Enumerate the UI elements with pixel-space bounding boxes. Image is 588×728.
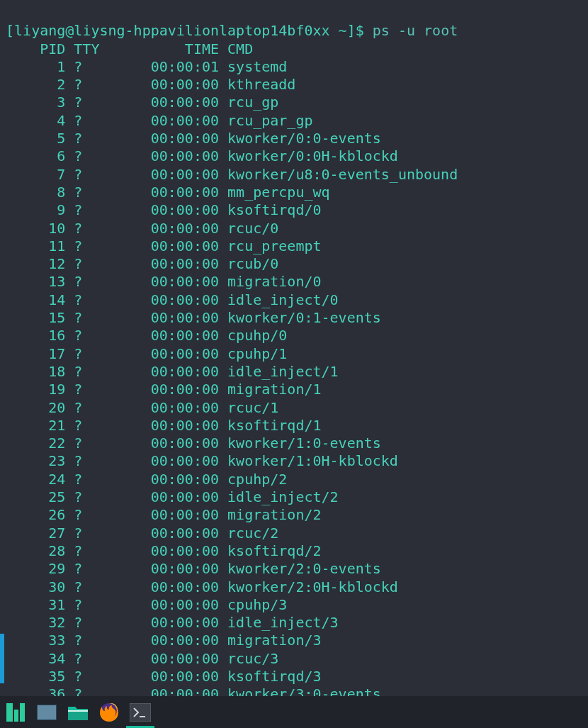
ps-rows: 1 ? 00:00:01 systemd 2 ? 00:00:00 kthrea… xyxy=(6,58,582,704)
ps-row: 33 ? 00:00:00 migration/3 xyxy=(6,632,322,649)
start-menu-button[interactable] xyxy=(1,698,30,727)
ps-row: 21 ? 00:00:00 ksoftirqd/1 xyxy=(6,417,322,434)
svg-rect-0 xyxy=(6,703,13,722)
prompt-user-host: liyang@liysng-hppavilionlaptop14bf0xx xyxy=(14,22,330,39)
firefox-button[interactable] xyxy=(95,698,123,727)
ps-row: 31 ? 00:00:00 cpuhp/3 xyxy=(6,596,287,613)
ps-row: 14 ? 00:00:00 idle_inject/0 xyxy=(6,291,339,308)
ps-row: 5 ? 00:00:00 kworker/0:0-events xyxy=(6,130,381,147)
firefox-icon xyxy=(98,702,120,723)
ps-row: 11 ? 00:00:00 rcu_preempt xyxy=(6,237,322,254)
taskbar[interactable] xyxy=(0,696,588,728)
svg-rect-3 xyxy=(68,710,88,720)
ps-row: 6 ? 00:00:00 kworker/0:0H-kblockd xyxy=(6,147,398,164)
ps-row: 13 ? 00:00:00 migration/0 xyxy=(6,273,322,290)
ps-row: 23 ? 00:00:00 kworker/1:0H-kblockd xyxy=(6,452,398,469)
ps-row: 29 ? 00:00:00 kworker/2:0-events xyxy=(6,560,381,577)
ps-row: 4 ? 00:00:00 rcu_par_gp xyxy=(6,112,312,129)
ps-row: 8 ? 00:00:00 mm_percpu_wq xyxy=(6,184,330,201)
svg-rect-4 xyxy=(68,710,88,712)
file-manager-button[interactable] xyxy=(64,698,92,727)
terminal-icon xyxy=(130,703,151,722)
ps-row: 16 ? 00:00:00 cpuhp/0 xyxy=(6,327,287,344)
ps-row: 35 ? 00:00:00 ksoftirqd/3 xyxy=(6,668,322,685)
ps-row: 17 ? 00:00:00 cpuhp/1 xyxy=(6,345,287,362)
ps-header: PID TTY TIME CMD xyxy=(6,40,253,57)
ps-row: 20 ? 00:00:00 rcuc/1 xyxy=(6,399,278,416)
ps-row: 7 ? 00:00:00 kworker/u8:0-events_unbound xyxy=(6,166,458,183)
ps-row: 30 ? 00:00:00 kworker/2:0H-kblockd xyxy=(6,578,398,595)
ps-row: 2 ? 00:00:00 kthreadd xyxy=(6,76,295,93)
prompt-close: ]$ xyxy=(347,22,373,39)
manjaro-logo-icon xyxy=(6,702,26,722)
ps-row: 1 ? 00:00:01 systemd xyxy=(6,58,287,75)
ps-row: 26 ? 00:00:00 migration/2 xyxy=(6,506,322,523)
ps-row: 18 ? 00:00:00 idle_inject/1 xyxy=(6,363,339,380)
terminal-output[interactable]: [liyang@liysng-hppavilionlaptop14bf0xx ~… xyxy=(0,0,588,704)
folder-icon xyxy=(67,702,89,722)
ps-row: 15 ? 00:00:00 kworker/0:1-events xyxy=(6,309,381,326)
ps-row: 32 ? 00:00:00 idle_inject/3 xyxy=(6,614,339,631)
ps-row: 12 ? 00:00:00 rcub/0 xyxy=(6,255,278,272)
prompt-open-bracket: [ xyxy=(6,22,14,39)
ps-row: 34 ? 00:00:00 rcuc/3 xyxy=(6,650,278,667)
ps-row: 9 ? 00:00:00 ksoftirqd/0 xyxy=(6,201,322,218)
ps-row: 24 ? 00:00:00 cpuhp/2 xyxy=(6,471,287,488)
ps-row: 25 ? 00:00:00 idle_inject/2 xyxy=(6,488,339,505)
prompt-path: ~ xyxy=(330,22,347,39)
terminal-button[interactable] xyxy=(126,698,154,727)
ps-row: 19 ? 00:00:00 migration/1 xyxy=(6,381,322,398)
ps-row: 28 ? 00:00:00 ksoftirqd/2 xyxy=(6,542,322,559)
window-active-marker xyxy=(0,634,4,683)
command-text: ps -u root xyxy=(373,22,458,39)
svg-rect-1 xyxy=(14,710,18,722)
ps-row: 3 ? 00:00:00 rcu_gp xyxy=(6,94,278,111)
ps-row: 10 ? 00:00:00 rcuc/0 xyxy=(6,220,278,237)
ps-row: 27 ? 00:00:00 rcuc/2 xyxy=(6,525,278,542)
ps-row: 22 ? 00:00:00 kworker/1:0-events xyxy=(6,435,381,452)
svg-rect-2 xyxy=(20,703,25,722)
show-desktop-icon xyxy=(37,705,57,720)
show-desktop-button[interactable] xyxy=(33,698,61,727)
svg-rect-6 xyxy=(130,703,151,722)
